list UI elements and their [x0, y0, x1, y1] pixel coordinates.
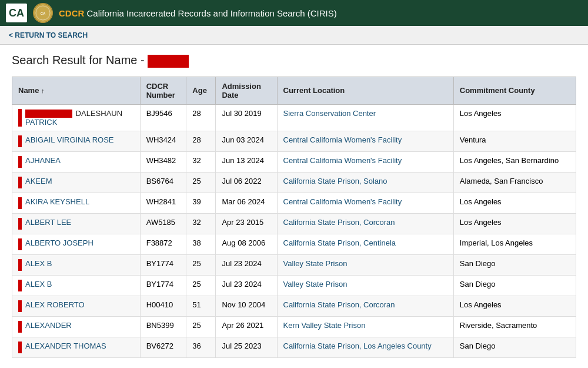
row-indicator [18, 259, 22, 271]
location-link[interactable]: Central California Women's Facility [283, 135, 402, 144]
table-row: ALEXANDERBN539925Apr 26 2021Kern Valley … [12, 317, 576, 337]
row-indicator [18, 300, 22, 312]
cell-county: San Diego [453, 337, 576, 358]
name-link[interactable]: AKEEM [25, 177, 52, 185]
row-indicator [18, 109, 22, 127]
location-link[interactable]: Central California Women's Facility [283, 197, 402, 206]
cell-age: 25 [186, 173, 216, 193]
cell-cdcr: F38872 [140, 234, 186, 255]
cell-location: California State Prison, Corcoran [277, 214, 453, 234]
name-link[interactable]: ALEXANDER [25, 321, 72, 330]
location-link[interactable]: California State Prison, Los Angeles Cou… [283, 342, 432, 350]
table-row: ALEX BBY177425Jul 23 2024Valley State Pr… [12, 276, 576, 296]
cell-location: California State Prison, Los Angeles Cou… [277, 337, 453, 358]
cell-county: Riverside, Sacramento [453, 317, 576, 337]
cell-cdcr: H00410 [140, 296, 186, 317]
location-link[interactable]: California State Prison, Corcoran [283, 300, 395, 309]
location-link[interactable]: Kern Valley State Prison [283, 321, 366, 330]
cell-age: 28 [186, 131, 216, 152]
header: CA CA CDCR California Incarcerated Recor… [0, 0, 588, 26]
name-link[interactable]: AKIRA KEYSHELL [25, 197, 89, 206]
location-link[interactable]: California State Prison, Centinela [283, 238, 396, 247]
col-location: Current Location [277, 77, 453, 104]
location-link[interactable]: California State Prison, Solano [283, 177, 387, 185]
cell-age: 25 [186, 255, 216, 276]
name-link[interactable]: ALBERTO JOSEPH [25, 238, 93, 247]
cell-name: AKEEM [12, 173, 141, 193]
table-row: ALEXANDER THOMASBV627236Jul 25 2023Calif… [12, 337, 576, 358]
name-link[interactable]: ALEX B [25, 280, 52, 289]
svg-text:CA: CA [41, 12, 46, 15]
cell-location: Central California Women's Facility [277, 152, 453, 173]
name-link[interactable]: AJHANEA [25, 156, 61, 165]
cell-location: California State Prison, Corcoran [277, 296, 453, 317]
cell-county: Los Angeles, San Bernardino [453, 152, 576, 173]
col-age: Age [186, 77, 216, 104]
row-indicator [18, 342, 22, 353]
cell-location: California State Prison, Solano [277, 173, 453, 193]
table-row: ALBERT LEEAW518532Apr 23 2015California … [12, 214, 576, 234]
location-link[interactable]: Central California Women's Facility [283, 156, 402, 165]
cell-name: ALEXANDER [12, 317, 141, 337]
col-county: Commitment County [453, 77, 576, 104]
cell-admission: Apr 23 2015 [216, 214, 277, 234]
cell-age: 32 [186, 152, 216, 173]
location-link[interactable]: California State Prison, Corcoran [283, 218, 395, 227]
table-row: DALESHAUNPATRICKBJ954628Jul 30 2019Sierr… [12, 104, 576, 131]
cell-cdcr: BY1774 [140, 255, 186, 276]
row-indicator [18, 197, 22, 209]
cell-county: Imperial, Los Angeles [453, 234, 576, 255]
cell-county: Los Angeles [453, 193, 576, 214]
table-row: ALEX ROBERTOH0041051Nov 10 2004Californi… [12, 296, 576, 317]
location-link[interactable]: Sierra Conservation Center [283, 109, 376, 118]
ca-logo: CA [6, 4, 27, 22]
table-row: AKEEMBS676425Jul 06 2022California State… [12, 173, 576, 193]
col-cdcr: CDCRNumber [140, 77, 186, 104]
cell-location: Valley State Prison [277, 276, 453, 296]
cell-name: ALEXANDER THOMAS [12, 337, 141, 358]
table-row: ALBERTO JOSEPHF3887238Aug 08 2006Califor… [12, 234, 576, 255]
cell-cdcr: BJ9546 [140, 104, 186, 131]
name-link[interactable]: ALEX B [25, 259, 52, 268]
cell-cdcr: BY1774 [140, 276, 186, 296]
nav-bar: < RETURN TO SEARCH [0, 26, 588, 45]
cell-admission: Jul 23 2024 [216, 255, 277, 276]
row-indicator [18, 218, 22, 230]
cell-county: Los Angeles [453, 104, 576, 131]
name-link[interactable]: PATRICK [25, 118, 57, 127]
table-header-row: Name ↑ CDCRNumber Age AdmissionDate Curr… [12, 77, 576, 104]
cell-cdcr: WH3482 [140, 152, 186, 173]
cell-age: 25 [186, 276, 216, 296]
cell-cdcr: BV6272 [140, 337, 186, 358]
cell-cdcr: BS6764 [140, 173, 186, 193]
col-name: Name ↑ [12, 77, 141, 104]
name-link[interactable]: ALEX ROBERTO [25, 300, 85, 309]
main-content: Search Result for Name - Name ↑ CDCRNumb… [0, 45, 588, 367]
cell-age: 36 [186, 337, 216, 358]
cell-location: Central California Women's Facility [277, 131, 453, 152]
cell-admission: Jul 25 2023 [216, 337, 277, 358]
cell-name: ALEX B [12, 255, 141, 276]
name-link[interactable]: ABIGAIL VIRGINIA ROSE [25, 135, 114, 144]
cell-name: ABIGAIL VIRGINIA ROSE [12, 131, 141, 152]
redacted-first-name [25, 110, 72, 118]
cell-name: AJHANEA [12, 152, 141, 173]
cell-county: Los Angeles [453, 214, 576, 234]
header-title: CDCR California Incarcerated Records and… [59, 8, 337, 18]
row-indicator [18, 238, 22, 250]
cell-age: 28 [186, 104, 216, 131]
cell-admission: Jul 30 2019 [216, 104, 277, 131]
name-link[interactable]: ALEXANDER THOMAS [25, 342, 106, 350]
name-link[interactable]: ALBERT LEE [25, 218, 71, 227]
cell-admission: Jun 03 2024 [216, 131, 277, 152]
cell-age: 32 [186, 214, 216, 234]
location-link[interactable]: Valley State Prison [283, 259, 348, 268]
return-to-search-link[interactable]: < RETURN TO SEARCH [9, 31, 88, 39]
cell-county: San Diego [453, 276, 576, 296]
location-link[interactable]: Valley State Prison [283, 280, 348, 289]
table-row: AJHANEAWH348232Jun 13 2024Central Califo… [12, 152, 576, 173]
cell-cdcr: WH3424 [140, 131, 186, 152]
cell-county: Los Angeles [453, 296, 576, 317]
col-admission: AdmissionDate [216, 77, 277, 104]
row-indicator [18, 177, 22, 188]
